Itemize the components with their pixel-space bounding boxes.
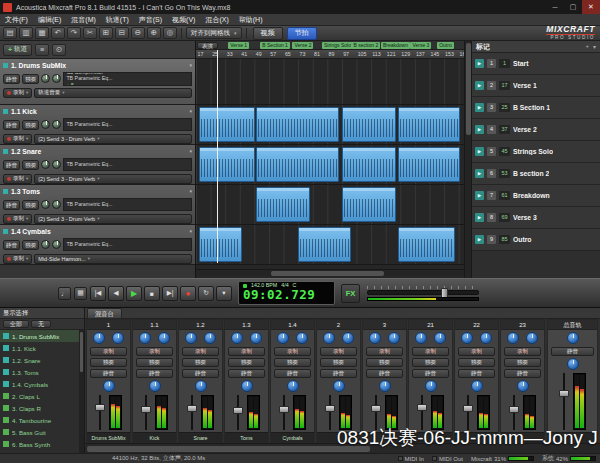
eq-knob[interactable] — [461, 332, 473, 344]
fader-handle[interactable] — [559, 390, 569, 397]
marker-play-icon[interactable]: ▶ — [475, 59, 484, 68]
eq-knob[interactable] — [277, 332, 289, 344]
mute-button[interactable]: 静音 — [3, 200, 20, 210]
automation-dropdown[interactable]: Mid-Side Harmon...▾ — [34, 254, 192, 264]
marker-row[interactable]: ▶653B section 2 — [472, 163, 600, 185]
timeline-ruler[interactable]: 1725334149576573818997105113121129137145… — [196, 50, 464, 59]
audio-clip[interactable] — [398, 107, 460, 142]
master-fx-button[interactable]: FX — [341, 284, 360, 303]
automation-dropdown[interactable]: (2) Send 3 - Drum Verb▾ — [34, 174, 192, 184]
record-button[interactable]: 录制 — [458, 347, 495, 356]
pan-knob[interactable] — [287, 380, 299, 392]
section-marker-flag[interactable]: Outro — [437, 42, 454, 49]
timeline-lane-1.4[interactable] — [196, 225, 464, 265]
redo-icon[interactable]: ↷ — [67, 27, 81, 39]
zoom-fit-icon[interactable]: ◎ — [163, 27, 177, 39]
marker-row[interactable]: ▶437Verse 2 — [472, 119, 600, 141]
mute-button[interactable]: 静音 — [3, 74, 20, 84]
track-collapse-icon[interactable]: ▾ — [189, 62, 192, 68]
pan-knob[interactable] — [567, 358, 579, 370]
record-arm-dropdown[interactable]: 录制▾ — [3, 254, 32, 264]
solo-button[interactable]: 独奏 — [504, 358, 541, 367]
audio-clip[interactable] — [298, 227, 352, 262]
fader-handle[interactable] — [371, 405, 381, 412]
more-button[interactable]: ▾ — [216, 286, 232, 301]
fx-slot[interactable]: TB Parametric Eq... — [63, 198, 192, 211]
section-marker-flag[interactable]: Verse 3 — [410, 42, 431, 49]
volume-fader[interactable] — [141, 395, 151, 430]
audio-clip[interactable] — [398, 147, 460, 182]
video-button[interactable]: 视频 — [253, 27, 283, 40]
solo-button[interactable]: 独奏 — [274, 358, 311, 367]
skip-start-button[interactable]: |◀ — [90, 286, 106, 301]
sidebar-track-item[interactable]: 5. Bass Guit — [0, 426, 79, 438]
audio-clip[interactable] — [256, 107, 339, 142]
zoom-in-icon[interactable]: ⊕ — [147, 27, 161, 39]
solo-button[interactable]: 独奏 — [458, 358, 495, 367]
send-knob[interactable] — [158, 332, 170, 344]
fx-slot[interactable]: TB Parametric Eq... — [63, 118, 192, 131]
timeline-lane-1[interactable] — [196, 59, 464, 105]
solo-button[interactable]: 独奏 — [320, 358, 357, 367]
solo-button[interactable]: 独奏 — [90, 358, 127, 367]
minimize-button[interactable]: ─ — [546, 0, 564, 14]
marker-row[interactable]: ▶545Strings Solo — [472, 141, 600, 163]
record-button[interactable]: 录制 — [136, 347, 173, 356]
copy-icon[interactable]: ⊞ — [99, 27, 113, 39]
eq-knob[interactable] — [323, 332, 335, 344]
record-arm-dropdown[interactable]: 录制▾ — [3, 214, 32, 224]
send-knob[interactable] — [112, 332, 124, 344]
mixer-tab[interactable]: 混音台 — [87, 308, 122, 319]
marker-play-icon[interactable]: ▶ — [475, 81, 484, 90]
solo-button[interactable]: 独奏 — [366, 358, 403, 367]
volume-fader[interactable] — [325, 395, 335, 430]
midi-keyboard-icon[interactable]: ▦ — [74, 287, 87, 300]
volume-fader[interactable] — [95, 395, 105, 430]
pan-knob[interactable] — [195, 380, 207, 392]
marker-play-icon[interactable]: ▶ — [475, 103, 484, 112]
sidebar-track-item[interactable]: 4. Tambourine — [0, 414, 79, 426]
timeline-hscrollbar[interactable] — [196, 269, 464, 276]
section-marker-flag[interactable]: B Section 1 — [260, 42, 290, 49]
send-knob[interactable] — [526, 332, 538, 344]
eq-knob[interactable] — [415, 332, 427, 344]
audio-clip[interactable] — [199, 107, 255, 142]
perform-tab[interactable]: 表演 — [197, 42, 218, 49]
solo-button[interactable]: 独奏 — [412, 358, 449, 367]
marker-play-icon[interactable]: ▶ — [475, 213, 484, 222]
pan-knob[interactable] — [52, 240, 61, 249]
master-volume-slider[interactable] — [367, 286, 479, 301]
undo-icon[interactable]: ↶ — [51, 27, 65, 39]
fx-slot[interactable]: TB Parametric Eq... — [63, 158, 192, 171]
marker-play-icon[interactable]: ▶ — [475, 125, 484, 134]
pan-knob[interactable] — [517, 380, 529, 392]
fader-handle[interactable] — [187, 405, 197, 412]
sidebar-track-item[interactable]: 1.3. Toms — [0, 366, 79, 378]
solo-button[interactable]: 独奏 — [182, 358, 219, 367]
mute-button[interactable]: 静音 — [3, 120, 20, 130]
send-knob[interactable] — [250, 332, 262, 344]
marker-row[interactable]: ▶761Breakdown — [472, 185, 600, 207]
timeline-lane-1.2[interactable] — [196, 145, 464, 185]
marker-row[interactable]: ▶325B Section 1 — [472, 97, 600, 119]
marker-row[interactable]: ▶985Outro — [472, 229, 600, 251]
sidebar-track-item[interactable]: 1.4. Cymbals — [0, 378, 79, 390]
eq-knob[interactable] — [369, 332, 381, 344]
eq-knob[interactable] — [507, 332, 519, 344]
record-button[interactable]: 录制 — [274, 347, 311, 356]
add-marker-icon[interactable]: + — [585, 43, 589, 50]
paste-icon[interactable]: ⊟ — [115, 27, 129, 39]
marker-play-icon[interactable]: ▶ — [475, 235, 484, 244]
pan-knob[interactable] — [52, 160, 61, 169]
record-arm-dropdown[interactable]: 录制▾ — [3, 88, 32, 98]
play-button[interactable]: ▶ — [126, 286, 142, 301]
send-knob[interactable] — [434, 332, 446, 344]
record-arm-dropdown[interactable]: 录制▾ — [3, 134, 32, 144]
marker-play-icon[interactable]: ▶ — [475, 191, 484, 200]
track-header-1.4[interactable]: 1.4 Cymbals▾静音独奏TB Parametric Eq...录制▾Mi… — [0, 225, 195, 265]
eq-knob[interactable] — [93, 332, 105, 344]
volume-fader[interactable] — [187, 395, 197, 430]
section-marker-flag[interactable]: B section 2 — [351, 42, 380, 49]
mute-button[interactable]: 静音 — [458, 369, 495, 378]
fx-slot[interactable]: CL CompressorTB Parametric Eq...+ 5 — [63, 72, 192, 86]
